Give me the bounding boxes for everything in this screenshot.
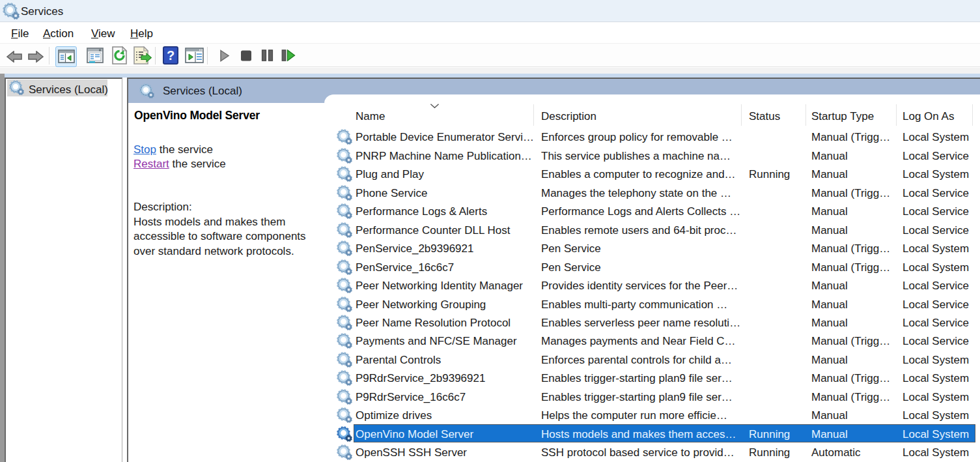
svg-text:?: ? [167, 48, 175, 63]
